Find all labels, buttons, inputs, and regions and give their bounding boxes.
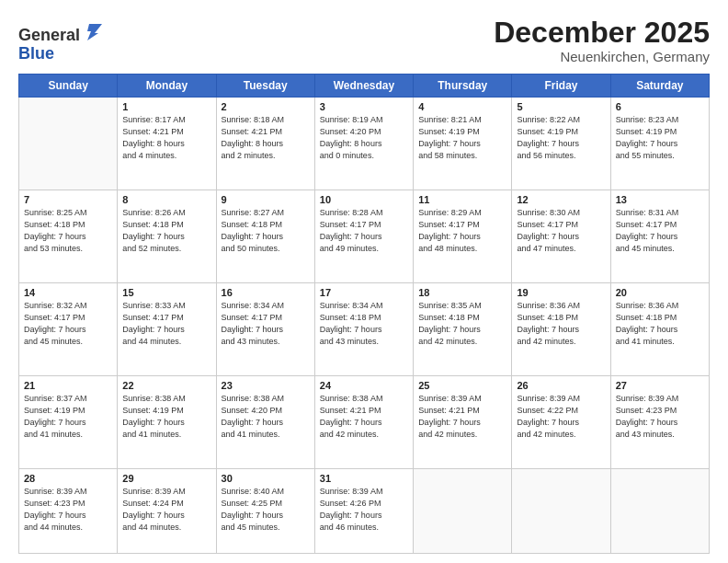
day-number: 3 [320, 101, 408, 112]
day-info: Sunrise: 8:33 AMSunset: 4:17 PMDaylight:… [122, 300, 210, 348]
header: General Blue December 2025 Neuenkirchen,… [18, 17, 710, 64]
calendar-cell [512, 469, 610, 554]
day-info: Sunrise: 8:29 AMSunset: 4:17 PMDaylight:… [418, 207, 506, 255]
weekday-header-wednesday: Wednesday [314, 75, 413, 98]
calendar-cell: 8Sunrise: 8:26 AMSunset: 4:18 PMDaylight… [118, 190, 216, 283]
title-block: December 2025 Neuenkirchen, Germany [494, 17, 710, 64]
day-number: 27 [616, 380, 704, 391]
day-number: 5 [517, 101, 605, 112]
calendar-cell: 9Sunrise: 8:27 AMSunset: 4:18 PMDaylight… [216, 190, 314, 283]
calendar-cell: 29Sunrise: 8:39 AMSunset: 4:24 PMDayligh… [118, 469, 216, 554]
logo: General Blue [18, 20, 102, 63]
day-info: Sunrise: 8:30 AMSunset: 4:17 PMDaylight:… [517, 207, 605, 255]
logo-blue: Blue [18, 44, 54, 63]
day-info: Sunrise: 8:38 AMSunset: 4:21 PMDaylight:… [320, 393, 408, 441]
day-info: Sunrise: 8:36 AMSunset: 4:18 PMDaylight:… [517, 300, 605, 348]
day-number: 24 [320, 380, 408, 391]
weekday-header-friday: Friday [512, 75, 610, 98]
weekday-header-saturday: Saturday [610, 75, 709, 98]
calendar-cell: 7Sunrise: 8:25 AMSunset: 4:18 PMDaylight… [19, 190, 118, 283]
day-info: Sunrise: 8:22 AMSunset: 4:19 PMDaylight:… [517, 114, 605, 162]
location: Neuenkirchen, Germany [494, 49, 710, 64]
calendar-cell: 23Sunrise: 8:38 AMSunset: 4:20 PMDayligh… [216, 376, 314, 469]
day-number: 9 [222, 194, 310, 205]
day-info: Sunrise: 8:28 AMSunset: 4:17 PMDaylight:… [320, 207, 408, 255]
day-info: Sunrise: 8:34 AMSunset: 4:18 PMDaylight:… [320, 300, 408, 348]
day-number: 23 [222, 380, 310, 391]
weekday-header-monday: Monday [118, 75, 216, 98]
calendar-cell: 13Sunrise: 8:31 AMSunset: 4:17 PMDayligh… [610, 190, 709, 283]
day-number: 31 [320, 473, 408, 484]
day-number: 25 [418, 380, 506, 391]
calendar-cell [414, 469, 512, 554]
day-info: Sunrise: 8:21 AMSunset: 4:19 PMDaylight:… [418, 114, 506, 162]
day-info: Sunrise: 8:18 AMSunset: 4:21 PMDaylight:… [222, 114, 310, 162]
calendar-cell: 28Sunrise: 8:39 AMSunset: 4:23 PMDayligh… [19, 469, 118, 554]
day-info: Sunrise: 8:39 AMSunset: 4:26 PMDaylight:… [320, 486, 408, 534]
day-number: 26 [517, 380, 605, 391]
calendar-week-2: 7Sunrise: 8:25 AMSunset: 4:18 PMDaylight… [19, 190, 710, 283]
calendar-cell: 25Sunrise: 8:39 AMSunset: 4:21 PMDayligh… [414, 376, 512, 469]
day-info: Sunrise: 8:38 AMSunset: 4:19 PMDaylight:… [122, 393, 210, 441]
calendar-cell: 11Sunrise: 8:29 AMSunset: 4:17 PMDayligh… [414, 190, 512, 283]
weekday-header-sunday: Sunday [19, 75, 118, 98]
calendar-cell: 18Sunrise: 8:35 AMSunset: 4:18 PMDayligh… [414, 283, 512, 376]
day-number: 4 [418, 101, 506, 112]
day-number: 21 [24, 380, 112, 391]
logo-text: General Blue [18, 20, 102, 63]
day-number: 8 [122, 194, 210, 205]
day-info: Sunrise: 8:19 AMSunset: 4:20 PMDaylight:… [320, 114, 408, 162]
calendar-cell: 4Sunrise: 8:21 AMSunset: 4:19 PMDaylight… [414, 98, 512, 190]
calendar-cell: 3Sunrise: 8:19 AMSunset: 4:20 PMDaylight… [314, 98, 413, 190]
calendar-cell: 30Sunrise: 8:40 AMSunset: 4:25 PMDayligh… [216, 469, 314, 554]
calendar-cell [19, 98, 118, 190]
calendar-cell: 24Sunrise: 8:38 AMSunset: 4:21 PMDayligh… [314, 376, 413, 469]
calendar-table: SundayMondayTuesdayWednesdayThursdayFrid… [18, 74, 710, 554]
day-info: Sunrise: 8:39 AMSunset: 4:22 PMDaylight:… [517, 393, 605, 441]
day-info: Sunrise: 8:37 AMSunset: 4:19 PMDaylight:… [24, 393, 112, 441]
logo-bird-icon [82, 20, 102, 40]
day-number: 11 [418, 194, 506, 205]
day-info: Sunrise: 8:31 AMSunset: 4:17 PMDaylight:… [616, 207, 704, 255]
weekday-header-thursday: Thursday [414, 75, 512, 98]
day-number: 20 [616, 287, 704, 298]
calendar-cell: 20Sunrise: 8:36 AMSunset: 4:18 PMDayligh… [610, 283, 709, 376]
calendar-cell: 22Sunrise: 8:38 AMSunset: 4:19 PMDayligh… [118, 376, 216, 469]
day-info: Sunrise: 8:34 AMSunset: 4:17 PMDaylight:… [222, 300, 310, 348]
day-info: Sunrise: 8:17 AMSunset: 4:21 PMDaylight:… [122, 114, 210, 162]
calendar-cell: 26Sunrise: 8:39 AMSunset: 4:22 PMDayligh… [512, 376, 610, 469]
logo-general: General [18, 26, 80, 44]
calendar-week-1: 1Sunrise: 8:17 AMSunset: 4:21 PMDaylight… [19, 98, 710, 190]
day-number: 1 [122, 101, 210, 112]
day-number: 19 [517, 287, 605, 298]
calendar-cell: 15Sunrise: 8:33 AMSunset: 4:17 PMDayligh… [118, 283, 216, 376]
day-info: Sunrise: 8:38 AMSunset: 4:20 PMDaylight:… [222, 393, 310, 441]
calendar-cell [610, 469, 709, 554]
day-number: 30 [222, 473, 310, 484]
day-info: Sunrise: 8:25 AMSunset: 4:18 PMDaylight:… [24, 207, 112, 255]
calendar-cell: 16Sunrise: 8:34 AMSunset: 4:17 PMDayligh… [216, 283, 314, 376]
day-number: 10 [320, 194, 408, 205]
calendar-week-4: 21Sunrise: 8:37 AMSunset: 4:19 PMDayligh… [19, 376, 710, 469]
svg-marker-0 [87, 24, 102, 40]
day-info: Sunrise: 8:39 AMSunset: 4:21 PMDaylight:… [418, 393, 506, 441]
day-number: 6 [616, 101, 704, 112]
day-info: Sunrise: 8:39 AMSunset: 4:23 PMDaylight:… [616, 393, 704, 441]
day-info: Sunrise: 8:26 AMSunset: 4:18 PMDaylight:… [122, 207, 210, 255]
day-info: Sunrise: 8:27 AMSunset: 4:18 PMDaylight:… [222, 207, 310, 255]
calendar-cell: 17Sunrise: 8:34 AMSunset: 4:18 PMDayligh… [314, 283, 413, 376]
day-number: 7 [24, 194, 112, 205]
day-number: 2 [222, 101, 310, 112]
day-info: Sunrise: 8:23 AMSunset: 4:19 PMDaylight:… [616, 114, 704, 162]
calendar-cell: 5Sunrise: 8:22 AMSunset: 4:19 PMDaylight… [512, 98, 610, 190]
calendar-week-3: 14Sunrise: 8:32 AMSunset: 4:17 PMDayligh… [19, 283, 710, 376]
day-number: 22 [122, 380, 210, 391]
day-info: Sunrise: 8:39 AMSunset: 4:23 PMDaylight:… [24, 486, 112, 534]
day-info: Sunrise: 8:39 AMSunset: 4:24 PMDaylight:… [122, 486, 210, 534]
page: General Blue December 2025 Neuenkirchen,… [0, 0, 728, 563]
day-number: 28 [24, 473, 112, 484]
calendar-cell: 19Sunrise: 8:36 AMSunset: 4:18 PMDayligh… [512, 283, 610, 376]
calendar-cell: 12Sunrise: 8:30 AMSunset: 4:17 PMDayligh… [512, 190, 610, 283]
day-number: 15 [122, 287, 210, 298]
calendar-cell: 10Sunrise: 8:28 AMSunset: 4:17 PMDayligh… [314, 190, 413, 283]
